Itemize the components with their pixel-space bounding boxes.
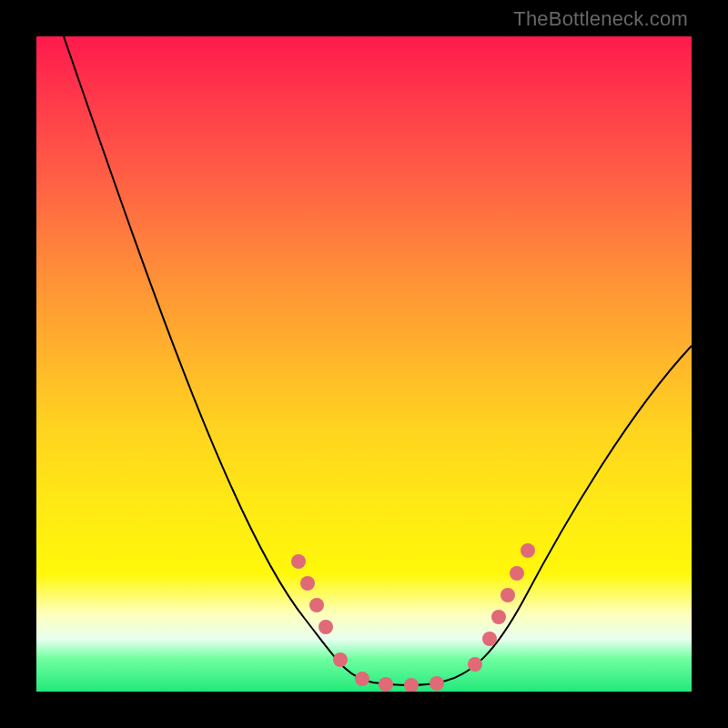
data-marker xyxy=(521,543,535,558)
data-markers xyxy=(291,543,535,692)
data-marker xyxy=(404,678,419,692)
data-marker xyxy=(379,677,393,692)
data-marker xyxy=(318,620,333,634)
data-marker xyxy=(333,652,348,667)
data-marker xyxy=(491,610,506,624)
chart-frame: TheBottleneck.com xyxy=(0,0,728,728)
chart-svg xyxy=(36,36,692,692)
data-marker xyxy=(500,588,515,602)
data-marker xyxy=(430,676,444,691)
data-marker xyxy=(355,672,369,686)
data-marker xyxy=(309,598,324,612)
data-marker xyxy=(291,554,306,569)
watermark-text: TheBottleneck.com xyxy=(513,7,688,31)
data-marker xyxy=(468,657,482,672)
data-marker xyxy=(482,632,497,646)
data-marker xyxy=(510,566,524,581)
plot-area xyxy=(36,36,692,692)
data-marker xyxy=(300,576,315,591)
bottleneck-curve xyxy=(64,36,692,685)
